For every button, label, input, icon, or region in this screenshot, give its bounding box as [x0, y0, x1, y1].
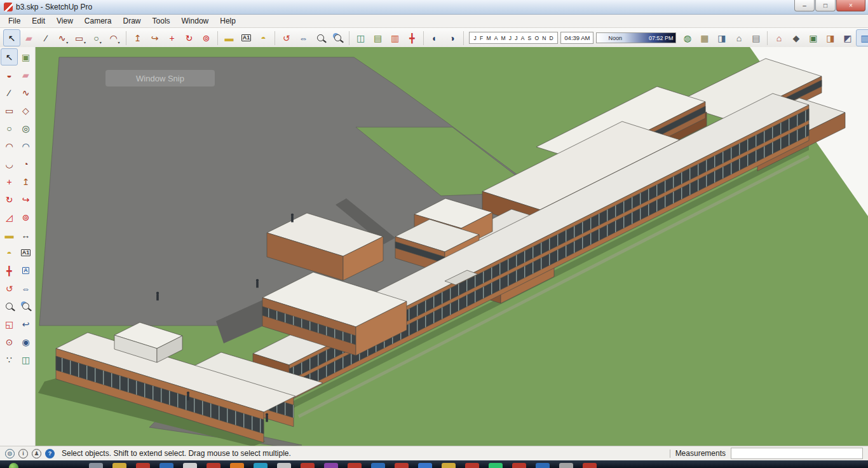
taskbar-app-icon[interactable]: [489, 463, 503, 468]
close-button[interactable]: ×: [836, 0, 865, 11]
paint-bucket-tool-button[interactable]: ◒: [1, 66, 18, 83]
polygon-tool-button[interactable]: ◎: [17, 120, 34, 137]
model-viewport[interactable]: Window Snip: [36, 47, 868, 446]
taskbar-app-icon[interactable]: [89, 463, 103, 468]
freehand-tool-dropdown-icon[interactable]: ▾: [66, 40, 68, 45]
zoom-window-tool-button[interactable]: [329, 29, 346, 46]
taskbar-app-icon[interactable]: [559, 463, 573, 468]
maximize-button[interactable]: □: [815, 0, 836, 11]
taskbar-app-icon[interactable]: [183, 463, 197, 468]
push-pull-tool-button[interactable]: ↥: [129, 29, 146, 46]
section-plane-tool-button[interactable]: ◫: [17, 351, 34, 368]
axes-tool-button[interactable]: ╋: [1, 262, 18, 279]
scale-tool-button[interactable]: ◿: [1, 209, 18, 226]
taskbar-app-icon[interactable]: [418, 463, 432, 468]
pie-tool-button[interactable]: ◔: [17, 155, 34, 172]
tape-measure-tool-button[interactable]: ▬: [1, 226, 18, 244]
orbit-tool-button[interactable]: ↺: [1, 280, 18, 297]
preview-model-button[interactable]: ⌂: [730, 29, 747, 46]
offset-tool-button[interactable]: ⊚: [17, 209, 34, 226]
freehand-tool-button[interactable]: ∿: [17, 84, 34, 101]
add-location-button[interactable]: ◍: [679, 29, 696, 46]
look-around-tool-button[interactable]: ◉: [17, 333, 34, 350]
two-point-arc-tool-button[interactable]: ◠: [17, 137, 34, 155]
rectangle-tool-button[interactable]: ▭▾: [72, 29, 89, 46]
axes-tool-button[interactable]: ╋: [403, 29, 421, 46]
three-point-arc-tool-button[interactable]: ◡: [1, 155, 18, 172]
push-pull-tool-button[interactable]: ↥: [17, 173, 34, 190]
zoom-window-tool-button[interactable]: [17, 298, 34, 315]
default-tray-button[interactable]: ▥: [856, 29, 868, 46]
model-canvas[interactable]: [36, 47, 868, 446]
position-camera-tool-button[interactable]: ⊙: [1, 333, 18, 350]
select-tool-button[interactable]: ↖: [3, 29, 20, 46]
eraser-tool-button[interactable]: ▰: [17, 66, 34, 83]
start-orb[interactable]: [9, 463, 18, 468]
move-tool-button[interactable]: +: [1, 173, 18, 190]
taskbar-app-icon[interactable]: [324, 463, 338, 468]
make-component-tool-button[interactable]: ▣: [17, 48, 34, 65]
rotate-tool-button[interactable]: ↻: [1, 191, 18, 208]
arc-tool-button[interactable]: ◠▾: [106, 29, 123, 46]
taskbar-app-icon[interactable]: [371, 463, 385, 468]
pan-tool-button[interactable]: ⇔: [295, 29, 312, 46]
3d-text-tool-button[interactable]: A: [17, 262, 34, 279]
protractor-tool-button[interactable]: ◓: [255, 29, 272, 46]
section-cut-tool-button[interactable]: ▥: [386, 29, 403, 46]
sign-in-icon[interactable]: ♟: [32, 449, 41, 458]
extension-warehouse-button[interactable]: ◆: [787, 29, 804, 46]
menu-edit[interactable]: Edit: [26, 15, 51, 27]
zoom-extents-tool-button[interactable]: ◱: [1, 315, 18, 333]
menu-tools[interactable]: Tools: [147, 15, 176, 27]
minimize-button[interactable]: –: [794, 0, 815, 11]
taskbar-app-icon[interactable]: [207, 463, 220, 468]
zoom-tool-button[interactable]: [312, 29, 329, 46]
pan-tool-button[interactable]: ⇔: [17, 280, 34, 297]
taskbar-app-icon[interactable]: [395, 463, 409, 468]
offset-tool-button[interactable]: ⊚: [198, 29, 215, 46]
measurements-input[interactable]: [731, 448, 863, 459]
line-tool-button[interactable]: ∕: [37, 29, 55, 46]
components-panel-button[interactable]: ▣: [804, 29, 822, 46]
follow-me-tool-button[interactable]: ↪: [17, 191, 34, 208]
arc-tool-button[interactable]: ◠: [1, 137, 18, 155]
circle-tool-button[interactable]: ○: [1, 120, 18, 137]
rectangle-tool-button[interactable]: ▭: [1, 102, 18, 119]
zoom-tool-button[interactable]: [1, 298, 18, 315]
follow-me-tool-button[interactable]: ↪: [146, 29, 163, 46]
taskbar-app-icon[interactable]: [442, 463, 456, 468]
taskbar-app-icon[interactable]: [159, 463, 173, 468]
protractor-tool-button[interactable]: ◓: [1, 244, 18, 261]
menu-camera[interactable]: Camera: [79, 15, 118, 27]
toggle-terrain-button[interactable]: ▦: [696, 29, 713, 46]
taskbar-app-icon[interactable]: [348, 463, 362, 468]
materials-panel-button[interactable]: ◨: [822, 29, 839, 46]
help-icon[interactable]: ?: [45, 449, 55, 458]
menu-draw[interactable]: Draw: [118, 15, 147, 27]
taskbar-app-icon[interactable]: [230, 463, 244, 468]
taskbar-app-icon[interactable]: [301, 463, 315, 468]
shadow-time-slider[interactable]: Noon 07:52 PM: [596, 32, 676, 43]
taskbar-app-icon[interactable]: [536, 463, 550, 468]
shadow-settings-button[interactable]: ◐: [426, 29, 444, 46]
tape-measure-tool-button[interactable]: ▬: [220, 29, 238, 46]
rectangle-tool-dropdown-icon[interactable]: ▾: [84, 40, 86, 45]
taskbar-app-icon[interactable]: [583, 463, 597, 468]
orbit-tool-button[interactable]: ↺: [278, 29, 295, 46]
section-fill-tool-button[interactable]: ▤: [369, 29, 386, 46]
shadow-toggle-button[interactable]: ◑: [444, 29, 461, 46]
line-tool-button[interactable]: ∕: [1, 84, 18, 101]
eraser-tool-button[interactable]: ▰: [20, 29, 37, 46]
taskbar-app-icon[interactable]: [277, 463, 291, 468]
taskbar-app-icon[interactable]: [112, 463, 126, 468]
freehand-tool-button[interactable]: ∿▾: [55, 29, 72, 46]
model-info-button[interactable]: ▤: [747, 29, 764, 46]
3d-warehouse-button[interactable]: ⌂: [770, 29, 787, 46]
dimension-tool-button[interactable]: ↔: [17, 226, 34, 244]
move-tool-button[interactable]: +: [163, 29, 180, 46]
circle-tool-dropdown-icon[interactable]: ▾: [100, 40, 102, 45]
circle-tool-button[interactable]: ○▾: [89, 29, 106, 46]
arc-tool-dropdown-icon[interactable]: ▾: [118, 40, 120, 45]
styles-panel-button[interactable]: ◩: [839, 29, 856, 46]
taskbar-app-icon[interactable]: [136, 463, 150, 468]
